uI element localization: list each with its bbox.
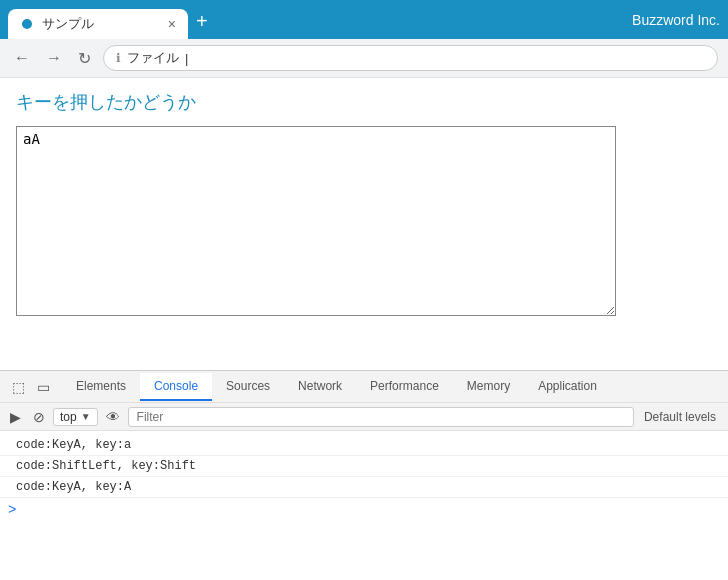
chevron-down-icon: ▼ — [81, 411, 91, 422]
address-text: ファイル — [127, 49, 179, 67]
page-content: キーを押したかどうか aA — [0, 78, 728, 370]
page-heading: キーを押したかどうか — [16, 90, 712, 114]
console-prompt[interactable]: > — [0, 498, 728, 522]
tab-favicon — [20, 17, 34, 31]
address-bar-input[interactable]: ℹ ファイル | — [103, 45, 718, 71]
console-filter-toggle[interactable]: ⊘ — [29, 407, 49, 427]
address-bar: ← → ↻ ℹ ファイル | — [0, 39, 728, 78]
devtools-tab-bar: Elements Console Sources Network Perform… — [62, 373, 720, 401]
console-filter-input[interactable] — [128, 407, 634, 427]
console-toolbar: ▶ ⊘ top ▼ 👁 Default levels — [0, 403, 728, 431]
tab-title: サンプル — [42, 15, 94, 33]
tab-console[interactable]: Console — [140, 373, 212, 401]
reload-button[interactable]: ↻ — [74, 47, 95, 70]
console-context-label: top — [60, 410, 77, 424]
inspect-element-button[interactable]: ⬚ — [8, 377, 29, 397]
tab-performance[interactable]: Performance — [356, 373, 453, 401]
tab-sources[interactable]: Sources — [212, 373, 284, 401]
browser-brand: Buzzword Inc. — [632, 12, 720, 34]
device-toolbar-button[interactable]: ▭ — [33, 377, 54, 397]
tab-close-button[interactable]: × — [168, 16, 176, 32]
tab-application[interactable]: Application — [524, 373, 611, 401]
tab-memory[interactable]: Memory — [453, 373, 524, 401]
tab-elements[interactable]: Elements — [62, 373, 140, 401]
new-tab-button[interactable]: + — [188, 6, 216, 37]
devtools-panel: ⬚ ▭ Elements Console Sources Network Per… — [0, 370, 728, 580]
console-clear-button[interactable]: ▶ — [6, 407, 25, 427]
console-line: code:ShiftLeft, key:Shift — [0, 456, 728, 477]
console-context-selector[interactable]: top ▼ — [53, 408, 98, 426]
console-line: code:KeyA, key:A — [0, 477, 728, 498]
prompt-symbol: > — [8, 502, 16, 518]
forward-button[interactable]: → — [42, 47, 66, 69]
active-tab[interactable]: サンプル × — [8, 9, 188, 39]
console-output: code:KeyA, key:a code:ShiftLeft, key:Shi… — [0, 431, 728, 580]
tab-bar: サンプル × + — [8, 6, 628, 39]
main-textarea[interactable]: aA — [16, 126, 616, 316]
browser-chrome: サンプル × + Buzzword Inc. — [0, 0, 728, 39]
console-eye-button[interactable]: 👁 — [102, 407, 124, 427]
address-info-icon: ℹ — [116, 51, 121, 65]
back-button[interactable]: ← — [10, 47, 34, 69]
address-separator: | — [185, 51, 188, 66]
console-line: code:KeyA, key:a — [0, 435, 728, 456]
tab-network[interactable]: Network — [284, 373, 356, 401]
console-default-levels[interactable]: Default levels — [638, 408, 722, 426]
devtools-top-bar: ⬚ ▭ Elements Console Sources Network Per… — [0, 371, 728, 403]
